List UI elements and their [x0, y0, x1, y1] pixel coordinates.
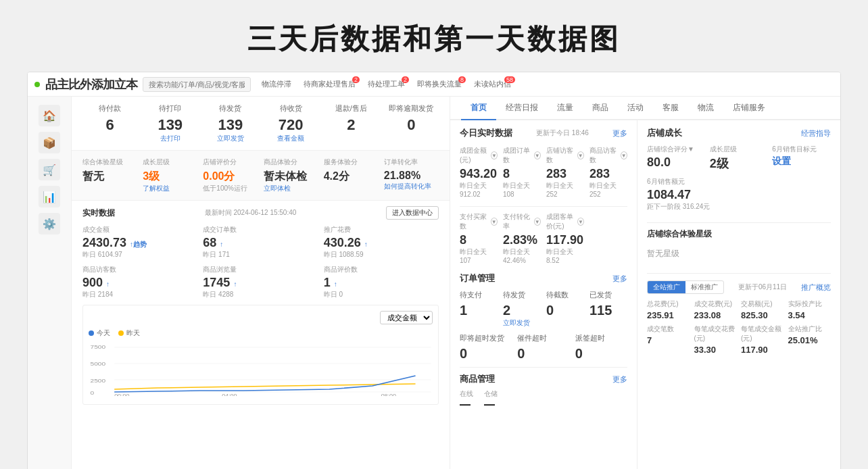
nav-wuliu[interactable]: 物流停滞	[256, 78, 297, 91]
chart-legend: 今天 昨天	[89, 328, 433, 338]
nav-shouhou[interactable]: 待商家处理售后2	[298, 78, 361, 91]
status-dot	[34, 82, 40, 87]
info-icon-3[interactable]: ▼	[577, 151, 585, 159]
order-row2: 即将超时发货 0 催件超时 0 派签超时 0	[460, 333, 627, 362]
right-content: 今日实时数据 更新于今日 18:46 更多 成团金额(元) ▼ 943.20 昨…	[450, 120, 840, 469]
tab-nav: 首页 经营日报 流量 商品 活动 客服 物流 店铺服务	[450, 97, 840, 120]
today-title: 今日实时数据	[460, 127, 512, 139]
nav-zhanneixin[interactable]: 未读站内信58	[468, 78, 516, 91]
stat-daishouhuo: 待收货 720 查看金额	[264, 103, 318, 143]
top-nav: 品主比外添加立本 物流停滞 待商家处理售后2 待处理工单2 即将换失流量8 未读…	[28, 72, 840, 97]
realtime-title: 实时数据	[82, 207, 115, 219]
today-more-link[interactable]: 更多	[612, 128, 627, 139]
promo-tab-all[interactable]: 全站推广	[648, 281, 685, 293]
info-icon-5[interactable]: ▼	[491, 218, 498, 226]
product-items: 在线 — 仓储 —	[460, 389, 627, 411]
logo: 品主比外添加立本	[45, 76, 137, 93]
info-icon-1[interactable]: ▼	[491, 151, 498, 159]
shop-growth-link[interactable]: 经营指导	[801, 128, 831, 139]
metric-views: 商品浏览量 1745 ↑ 昨日 4288	[203, 265, 318, 299]
sidebar-icon-4[interactable]: 📊	[39, 186, 60, 207]
rating-conversion: 订单转化率 21.88% 如何提高转化率	[384, 157, 439, 193]
today-header: 今日实时数据 更新于今日 18:46 更多	[460, 127, 627, 139]
sidebar-icon-2[interactable]: 📦	[39, 132, 60, 153]
sidebar-icon-3[interactable]: 🛒	[39, 159, 60, 180]
promo-update-time: 更新于06月11日	[738, 282, 787, 292]
nav-liuliang[interactable]: 即将换失流量8	[412, 78, 467, 91]
info-icon-7[interactable]: ▼	[577, 218, 584, 226]
rating-product-score: 商品体验分 暂未体检 立即体检	[264, 157, 318, 193]
promo-row1: 总花费(元) 235.91 成交花费(元) 233.08 交易额(元) 825.…	[647, 299, 831, 320]
tab-daily[interactable]: 经营日报	[496, 97, 548, 120]
sidebar-icon-5[interactable]: ⚙️	[39, 213, 60, 234]
realtime-section: 实时数据 最新时间 2024-06-12 15:50:40 进入数据中心 成交金…	[72, 201, 450, 410]
legend-today-dot	[89, 330, 94, 336]
search-input[interactable]	[143, 77, 251, 92]
divider-1	[460, 206, 627, 207]
growth-level: 成长层级 2级	[710, 145, 769, 172]
chart-selector: 成交金额	[89, 311, 433, 324]
tab-service[interactable]: 客服	[653, 97, 688, 120]
order-waiting-receive: 待截数 0	[546, 290, 584, 328]
tab-traffic[interactable]: 流量	[548, 97, 583, 120]
growth-target: 6月销售目标元 设置	[772, 145, 831, 172]
svg-text:0: 0	[91, 390, 95, 396]
order-row1: 待支付 1 待发货 2 立即发货 待截数 0	[460, 290, 627, 328]
sidebar-icon-1[interactable]: 🏠	[39, 105, 60, 126]
promo-deal-cost: 成交花费(元) 233.08	[694, 299, 738, 320]
tab-logistics[interactable]: 物流	[688, 97, 723, 120]
main-content: 🏠 📦 🛒 📊 ⚙️ 待付款 6 待打印 139 去打印	[28, 97, 840, 469]
stat-daifahuo: 待发货 139 立即发货	[203, 103, 258, 143]
chart-type-select[interactable]: 成交金额	[380, 311, 433, 324]
tab-activities[interactable]: 活动	[618, 97, 653, 120]
info-icon-2[interactable]: ▼	[534, 151, 541, 159]
cell-shop-visitors: 店铺访客数 ▼ 283 昨日全天 252	[546, 146, 584, 198]
product-title: 商品管理	[460, 373, 495, 385]
cell-product-visitors: 商品访客数 ▼ 283 昨日全天 252	[589, 146, 627, 198]
today-data-row1: 成团金额(元) ▼ 943.20 昨日全天 912.02 成团订单数 ▼ 8 昨…	[460, 146, 627, 198]
svg-text:5000: 5000	[91, 361, 106, 367]
nav-gongdan[interactable]: 待处理工单2	[362, 78, 410, 91]
title-area: 三天后数据和第一天数据图	[0, 0, 868, 72]
page-title: 三天后数据和第一天数据图	[0, 20, 868, 58]
shop-experience: 店铺综合体验星级 暂无星级	[647, 222, 831, 265]
promo-roi: 实际投产比 3.54	[788, 299, 831, 320]
svg-text:08:00: 08:00	[381, 393, 397, 396]
promo-overview-link[interactable]: 推广概览	[801, 282, 831, 293]
rating-row: 综合体验星级 暂无 成长层级 3级 了解权益 店铺评价分 0.00分 低于100…	[72, 151, 450, 201]
order-more-link[interactable]: 更多	[612, 274, 627, 284]
metric-reviews: 商品评价数 1 ↑ 昨日 0	[324, 265, 439, 299]
product-warehouse: 仓储 —	[484, 389, 498, 411]
today-data-row2: 支付买家数 ▼ 8 昨日全天 107 支付转化率 ▼ 2.83% 昨日全天 42…	[460, 212, 627, 264]
promo-total-cost: 总花费(元) 235.91	[647, 299, 690, 320]
line-chart: 7500 5000 2500 0 00:00	[89, 342, 433, 396]
legend-yesterday: 昨天	[118, 328, 140, 338]
tab-products[interactable]: 商品	[583, 97, 618, 120]
tab-home[interactable]: 首页	[461, 97, 496, 120]
order-title: 订单管理	[460, 272, 495, 285]
info-icon-4[interactable]: ▼	[621, 151, 628, 159]
right-main: 今日实时数据 更新于今日 18:46 更多 成团金额(元) ▼ 943.20 昨…	[450, 120, 637, 469]
metric-amount: 成交金额 2430.73 ↑趋势 昨日 6104.97	[82, 225, 197, 260]
promo-section: 全站推广 标准推广 更新于06月11日 推广概览 总花费(元) 235.91	[647, 273, 831, 355]
rating-service-score: 服务体验分 4.2分	[324, 157, 379, 193]
promo-ratio: 全站推广比 25.01%	[788, 324, 831, 355]
cell-conversion-rate: 支付转化率 ▼ 2.83% 昨日全天 42.46%	[503, 212, 541, 264]
product-more-link[interactable]: 更多	[612, 374, 627, 385]
shop-experience-value: 暂无星级	[647, 243, 831, 265]
promo-tab-standard[interactable]: 标准推广	[685, 281, 723, 293]
metrics-grid: 成交金额 2430.73 ↑趋势 昨日 6104.97 成交订单数 68 ↑ 昨…	[82, 225, 439, 299]
tab-shop-service[interactable]: 店铺服务	[723, 97, 775, 120]
right-sidebar: 店铺成长 经营指导 店铺综合评分▼ 80.0 成长层级 2级	[637, 120, 840, 469]
stat-tuikuan: 退款/售后 2	[324, 103, 379, 143]
realtime-header: 实时数据 最新时间 2024-06-12 15:50:40 进入数据中心	[82, 206, 439, 220]
chart-area: 成交金额 今天 昨天	[82, 305, 439, 405]
info-icon-6[interactable]: ▼	[534, 218, 541, 226]
metric-visitors: 商品访客数 900 ↑ 昨日 2184	[82, 265, 197, 299]
stat-daifukuan: 待付款 6	[82, 103, 137, 143]
cell-chengtuan-dingdan: 成团订单数 ▼ 8 昨日全天 108	[503, 146, 541, 198]
dashboard: 品主比外添加立本 物流停滞 待商家处理售后2 待处理工单2 即将换失流量8 未读…	[27, 72, 841, 469]
order-waiting-ship: 待发货 2 立即发货	[503, 290, 541, 328]
enter-data-center[interactable]: 进入数据中心	[386, 206, 439, 220]
left-sidebar: 🏠 📦 🛒 📊 ⚙️	[28, 97, 72, 469]
